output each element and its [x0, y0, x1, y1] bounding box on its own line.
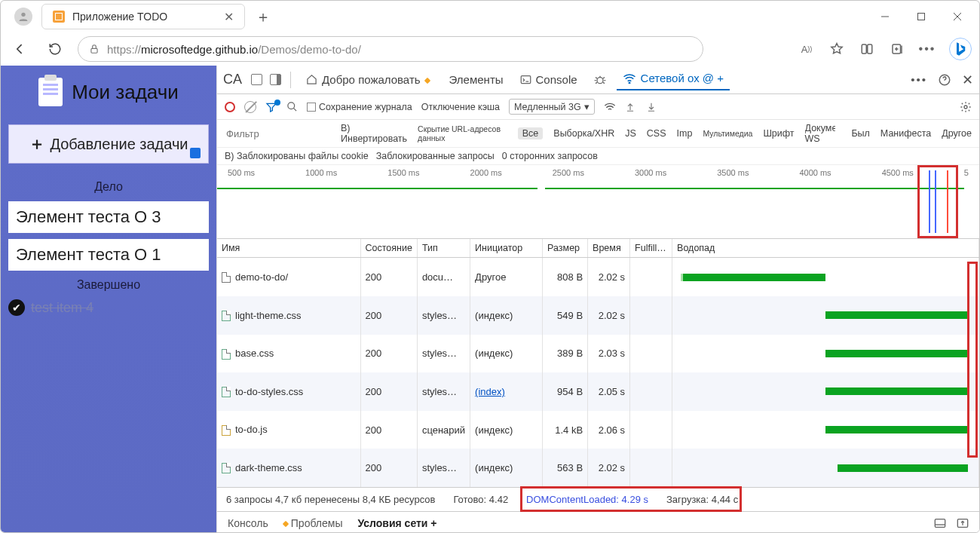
status-summary: 6 запросы 4,7 кб перенесены 8,4 КБ ресур… [226, 494, 435, 505]
disable-cache-checkbox[interactable]: Отключение кэша [421, 102, 500, 112]
search-icon[interactable] [286, 101, 298, 112]
filter-input[interactable] [225, 127, 330, 140]
filter-fetch[interactable]: Выборка/XHR [553, 128, 614, 139]
add-task-label: Добавление задачи [50, 136, 188, 153]
col-type[interactable]: Тип [417, 239, 470, 258]
hide-data-urls[interactable]: Скрытие URL-адресов данных [418, 124, 507, 142]
browser-titlebar: Приложение TODO ✕ ＋ [1, 1, 979, 32]
maximize-button[interactable] [904, 5, 939, 29]
table-row[interactable]: demo-to-do/200docu…Другое808 B2.02 s [217, 258, 979, 297]
svg-rect-9 [521, 76, 531, 84]
annotation-box [917, 165, 958, 238]
filter-img[interactable]: Imp [677, 128, 693, 139]
table-row[interactable]: to-do-styles.css200styles…(index)954 B2.… [217, 372, 979, 411]
upload-icon[interactable] [625, 101, 635, 113]
browser-tab[interactable]: Приложение TODO ✕ [41, 4, 245, 29]
profile-avatar[interactable] [14, 8, 32, 26]
record-button[interactable] [225, 102, 235, 112]
svg-rect-6 [862, 44, 866, 54]
annotation-box [520, 486, 742, 512]
window-controls [868, 5, 975, 29]
tab-sources[interactable] [588, 71, 612, 89]
filter-toggle[interactable] [265, 102, 277, 112]
back-button[interactable] [8, 37, 32, 61]
bing-button[interactable] [949, 38, 972, 60]
download-icon[interactable] [646, 101, 657, 113]
col-initiator[interactable]: Инициатор [470, 239, 543, 258]
add-task-button[interactable]: ＋ Добавление задачи [8, 124, 209, 164]
close-tab-icon[interactable]: ✕ [224, 10, 234, 24]
close-devtools-icon[interactable]: ✕ [962, 72, 973, 88]
devtools-drawer: Консоль Проблемы Условия сети + [217, 511, 979, 533]
wifi-icon [623, 73, 636, 84]
tab-network[interactable]: Сетевой ох @ + [617, 69, 730, 90]
home-icon [306, 74, 317, 85]
preserve-log-checkbox[interactable]: Сохранение журнала [307, 102, 412, 112]
done-task-item[interactable]: ✔ test item 4 [8, 299, 209, 316]
inspect-toggle[interactable]: CA [223, 72, 242, 87]
col-status[interactable]: Состояние [360, 239, 417, 258]
minimize-button[interactable] [868, 5, 902, 29]
filter-all[interactable]: Все [518, 127, 544, 139]
refresh-button[interactable] [43, 37, 67, 61]
read-aloud-icon[interactable]: A)) [798, 41, 815, 57]
done-task-label: test item 4 [31, 300, 93, 316]
blocked-cookies[interactable]: В) Заблокированы файлы cookie [225, 151, 369, 161]
drawer-tab-issues[interactable]: Проблемы [283, 517, 343, 529]
clear-button[interactable] [244, 101, 256, 113]
filter-wasm[interactable]: Был [851, 128, 869, 139]
wifi-conditions-icon[interactable] [604, 102, 616, 112]
status-finish: Готово: 4.42 [453, 494, 508, 505]
settings-icon[interactable] [960, 101, 972, 113]
more-icon[interactable]: ••• [919, 41, 936, 57]
tab-title: Приложение TODO [72, 11, 216, 23]
chevron-down-icon: ▾ [584, 101, 590, 112]
filter-other[interactable]: Другое [942, 128, 972, 139]
third-party[interactable]: 0 сторонних запросов [502, 151, 598, 161]
filter-js[interactable]: JS [625, 128, 636, 139]
favorite-icon[interactable] [828, 41, 845, 57]
tab-elements[interactable]: Элементы [443, 70, 510, 89]
filter-font[interactable]: Шрифт [763, 128, 794, 139]
tab-console[interactable]: Console [514, 70, 583, 89]
table-row[interactable]: to-do.js200сценарий(индекс)1.4 kB2.06 s [217, 411, 979, 449]
collections-icon[interactable] [889, 41, 905, 57]
drawer-dock-icon[interactable] [934, 518, 946, 528]
task-item[interactable]: Элемент теста О 3 [8, 201, 209, 233]
throttle-select[interactable]: Медленный 3G ▾ [509, 99, 595, 115]
divider [290, 72, 291, 88]
dock-icon[interactable] [270, 74, 281, 85]
drawer-tab-network-conditions[interactable]: Условия сети + [357, 517, 436, 529]
filter-manifest[interactable]: Манифеста [880, 128, 931, 139]
col-name[interactable]: Имя [217, 239, 360, 258]
col-size[interactable]: Размер [543, 239, 588, 258]
file-icon [222, 311, 231, 321]
col-time[interactable]: Время [588, 239, 630, 258]
filter-css[interactable]: CSS [647, 128, 666, 139]
col-fulfilled[interactable]: Fulfill… [630, 239, 672, 258]
file-icon [222, 387, 231, 397]
close-window-button[interactable] [940, 5, 975, 29]
drawer-expand-icon[interactable] [957, 518, 969, 528]
split-screen-icon[interactable] [859, 41, 875, 57]
network-statusbar: 6 запросы 4,7 кб перенесены 8,4 КБ ресур… [217, 487, 979, 511]
help-icon[interactable] [938, 73, 951, 87]
url-text: https://microsoftedge.github.io/Demos/de… [107, 43, 361, 56]
address-bar[interactable]: https://microsoftedge.github.io/Demos/de… [78, 36, 703, 62]
check-icon: ✔ [8, 299, 25, 316]
task-item[interactable]: Элемент теста О 1 [8, 239, 209, 271]
tab-welcome[interactable]: Добро пожаловать [300, 70, 439, 89]
device-toggle-icon[interactable] [251, 74, 262, 85]
filter-doc[interactable]: ДокументWS [805, 123, 841, 144]
invert-checkbox[interactable]: В) Инвертировать [341, 123, 407, 144]
filter-media[interactable]: Мультимедиа [703, 129, 752, 138]
table-row[interactable]: light-theme.css200styles…(индекс)549 B2.… [217, 296, 979, 335]
table-row[interactable]: base.css200styles…(индекс)389 B2.03 s [217, 335, 979, 373]
col-waterfall[interactable]: Водопад [672, 239, 979, 258]
new-tab-button[interactable]: ＋ [256, 7, 271, 27]
more-tabs-icon[interactable]: ••• [911, 73, 927, 86]
network-overview[interactable]: 500 ms 1000 ms 1500 ms 2000 ms 2500 ms 3… [217, 165, 979, 239]
table-row[interactable]: dark-theme.css200styles…(индекс)563 B2.0… [217, 449, 979, 487]
drawer-tab-console[interactable]: Консоль [228, 517, 268, 529]
blocked-requests[interactable]: Заблокированные запросы [376, 151, 495, 161]
